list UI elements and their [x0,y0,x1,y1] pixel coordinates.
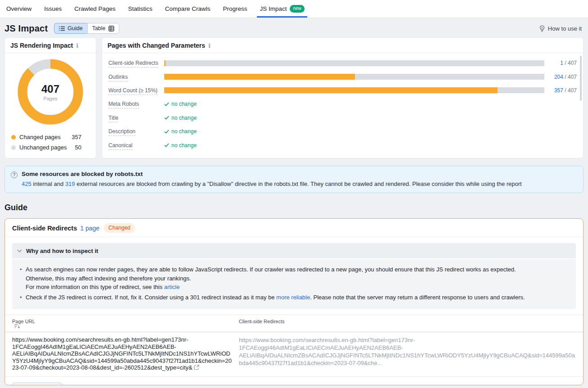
changed-badge: Changed [104,223,135,233]
js-rendering-impact-card: JS Rendering Impact i 407 Pages Changed … [4,37,96,158]
page-count-link[interactable]: 1 page [80,225,99,232]
lightbulb-icon [539,25,545,32]
bar-fill [164,60,166,66]
client-side-redirects-card: Client-side Redirects 1 page Changed Why… [4,218,584,385]
inspect-bullet-2: Check if the JS redirect is correct. If … [18,293,569,302]
donut-legend: Changed pages 357 Unchanged pages 50 [5,125,96,158]
legend-unchanged-label: Unchanged pages [19,144,70,151]
why-how-header[interactable]: Why and how to inspect it [12,243,576,258]
no-change-status: no change [164,142,197,149]
nav-js-impact[interactable]: JS Impact new [260,0,304,18]
top-navigation: Overview Issues Crawled Pages Statistics… [0,0,588,18]
view-all-details-button[interactable]: View all details [12,383,63,386]
parameter-row: Titleno change [108,111,577,125]
nav-issues[interactable]: Issues [44,0,62,18]
bullet1-line2: Otherwise, this may affect indexing and … [26,275,191,282]
guide-card-title: Client-side Redirects [12,225,77,232]
legend-changed-pages: Changed pages 357 [11,132,90,142]
inspect-bullet-1: As search engines can now render pages, … [18,265,569,292]
banner-text-2: external resources are blocked from craw… [75,180,522,187]
parameter-label: Outlinks [108,74,128,81]
table-toggle-button[interactable]: Table [87,23,119,34]
page-header: JS Impact Guide Table How to use it [0,18,588,37]
changed-parameters-title: Pages with Changed Parameters [108,42,205,49]
question-mark-icon: ? [11,171,18,178]
parameter-row: Meta Robotsno change [108,97,577,111]
bar-fill [164,74,355,80]
parameter-value: 357 / 407 [544,87,577,94]
unchanged-dot-icon [11,145,16,150]
parameter-label: Word Count (≥ 15%) [108,87,157,95]
no-change-status: no change [164,115,197,121]
view-toggle: Guide Table [54,23,119,34]
banner-text-1: internal and [31,180,65,187]
internal-resources-link[interactable]: 425 [22,180,31,187]
changed-dot-icon [11,135,16,140]
check-icon [164,143,169,147]
legend-unchanged-value: 50 [70,144,81,151]
why-how-body: As search engines can now render pages, … [12,259,576,309]
bullet1-line1: As search engines can now render pages, … [26,266,516,273]
check-icon [164,130,169,134]
external-link-icon[interactable] [194,365,199,370]
table-grid-icon [108,26,114,32]
bar-track [164,60,544,66]
parameter-label: Client-side Redirects [108,60,158,68]
article-link[interactable]: article [164,284,180,290]
external-resources-link[interactable]: 319 [65,180,75,187]
bar-fill [164,87,498,93]
bullet2-text2: . Please note that the server may return… [310,294,525,301]
parameter-value: 1 / 407 [544,60,577,66]
list-icon [59,26,65,31]
donut-chart: 407 Pages [5,53,96,125]
info-icon[interactable]: i [208,43,211,49]
why-how-section: Why and how to inspect it As search engi… [12,243,576,309]
card-scrollbar[interactable] [580,56,582,101]
changed-parameters-card: Pages with Changed Parameters i Client-s… [102,37,584,158]
why-how-title: Why and how to inspect it [26,248,98,254]
donut-total: 407 [41,83,59,95]
page-url-cell: https://www.booking.com/searchresults.en… [12,336,239,371]
guide-toggle-label: Guide [67,25,82,32]
rendering-impact-title: JS Rendering Impact [10,42,73,49]
parameter-row: Outlinks204 / 407 [108,70,577,83]
donut-total-label: Pages [43,96,57,101]
check-icon [164,116,169,120]
parameter-row: Client-side Redirects1 / 407 [108,56,577,70]
robots-blocked-banner: ? Some resources are blocked by robots.t… [4,166,584,193]
nav-js-impact-label: JS Impact [260,5,287,12]
banner-title: Some resources are blocked by robots.txt [22,171,522,177]
parameter-label: Title [108,115,118,122]
parameter-value: 204 / 407 [544,74,577,80]
guide-toggle-button[interactable]: Guide [54,23,87,34]
parameter-row: Descriptionno change [108,125,577,138]
chevron-down-icon [17,249,22,253]
parameter-label: Meta Robots [108,101,139,108]
check-icon [164,102,169,106]
parameter-label: Canonical [108,142,132,150]
legend-changed-label: Changed pages [19,134,70,140]
how-to-use-link[interactable]: How to use it [539,25,582,32]
page-title: JS Impact [4,23,48,34]
new-badge: new [290,5,304,13]
nav-overview[interactable]: Overview [6,0,31,18]
how-to-use-label: How to use it [548,25,582,32]
bullet2-text1: Check if the JS redirect is correct. If … [26,294,276,301]
banner-body: 425 internal and 319 external resources … [22,180,522,187]
parameter-label: Description [108,128,135,136]
nav-progress[interactable]: Progress [223,0,247,18]
more-reliable-link[interactable]: more reliable [276,294,310,301]
no-change-status: no change [164,101,197,107]
redirects-column-header: Client-side Redirects [239,319,576,329]
redirect-url-cell: https://www.booking.com/searchresults.en… [239,336,576,371]
nav-crawled-pages[interactable]: Crawled Pages [74,0,116,18]
table-toggle-label: Table [92,25,106,32]
page-url-column-header[interactable]: Page URL [12,319,35,324]
nav-compare-crawls[interactable]: Compare Crawls [165,0,211,18]
sort-icon[interactable] [14,324,20,329]
bullet1-line3: For more information on this type of red… [26,284,164,290]
info-icon[interactable]: i [76,43,78,49]
nav-statistics[interactable]: Statistics [128,0,153,18]
guide-heading: Guide [4,203,584,212]
parameter-row: Word Count (≥ 15%)357 / 407 [108,84,577,97]
